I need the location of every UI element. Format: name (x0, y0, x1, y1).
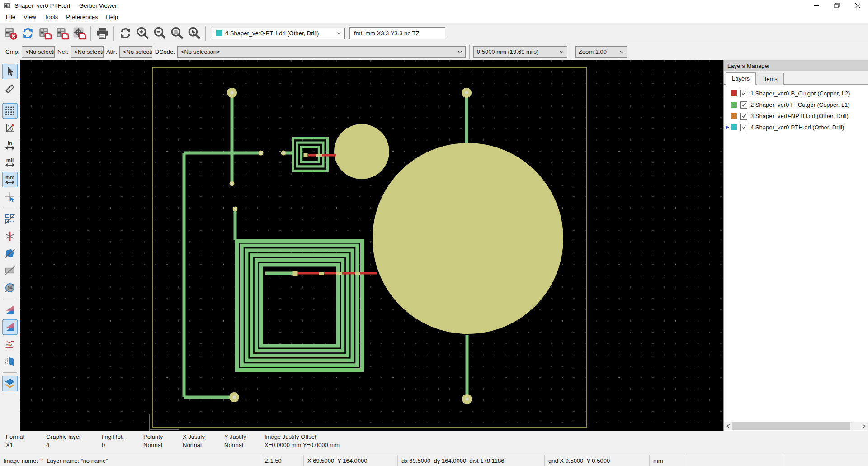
zoom-selection-button[interactable] (185, 25, 203, 42)
left-toolbar: rθinmilmmD4 (0, 60, 20, 431)
chevron-down-icon (332, 32, 341, 35)
tab-items[interactable]: Items (757, 73, 784, 85)
menu-item-help[interactable]: Help (102, 11, 122, 23)
zoom-in-button[interactable] (134, 25, 151, 42)
display-stacked-mode-button[interactable] (2, 319, 18, 335)
show-dcodes-icon: D4 (4, 282, 16, 294)
layer-visibility-checkbox[interactable] (740, 101, 747, 109)
open-gerber-file-button[interactable] (36, 25, 53, 42)
layers-horizontal-scrollbar[interactable] (724, 422, 868, 430)
menu-item-preferences[interactable]: Preferences (62, 11, 102, 23)
redraw-view-button[interactable] (117, 25, 134, 42)
open-excellon-file-button[interactable] (53, 25, 71, 42)
info-field-label: X Justify (183, 433, 205, 440)
active-layer-select[interactable]: 4 Shaper_ver0-PTH.drl (Other, Drill) (212, 28, 345, 39)
attr-select[interactable]: <No selection> (119, 46, 152, 58)
grid-toggle-icon (4, 105, 16, 117)
zoom-select-value: Zoom 1.00 (579, 48, 607, 55)
layer-visibility-checkbox[interactable] (740, 90, 747, 97)
net-select-value: <No selection> (74, 48, 104, 55)
reload-all-layers-icon (21, 26, 35, 40)
cursor-shape-icon (4, 191, 16, 203)
cmp-label: Cmp: (5, 48, 19, 55)
layer-color-swatch[interactable] (731, 102, 737, 108)
units-mm-button[interactable]: mm (2, 172, 18, 187)
cursor-shape-button[interactable] (2, 189, 18, 204)
drill-hole (260, 152, 262, 154)
info-field-label: Y Justify (224, 433, 246, 440)
flashed-copper-disc (334, 124, 389, 179)
layer-color-swatch[interactable] (731, 124, 737, 130)
layer-color-swatch[interactable] (731, 113, 737, 119)
print-button[interactable] (94, 25, 111, 42)
show-negative-objects-button[interactable] (2, 263, 18, 278)
layer-row[interactable]: 3 Shaper_ver0-NPTH.drl (Other, Drill) (724, 110, 868, 122)
zoom-select[interactable]: Zoom 1.00 (575, 46, 627, 58)
flip-view-button[interactable] (2, 354, 18, 369)
dcode-select[interactable]: <No selection> (177, 46, 466, 58)
status-cursor-position: X 69.5000 Y 164.0000 (304, 455, 398, 466)
display-normal-mode-icon (4, 304, 16, 316)
info-field-label: Polarity (143, 433, 163, 440)
select-tool-button[interactable] (2, 64, 18, 79)
gerber-viewer-window: Shaper_ver0-PTH.drl — Gerber Viewer File… (0, 0, 868, 466)
clear-all-layers-button[interactable] (2, 25, 19, 42)
zoom-fit-button[interactable] (168, 25, 185, 42)
menu-item-view[interactable]: View (19, 11, 40, 23)
svg-text:r: r (8, 124, 9, 128)
display-normal-mode-button[interactable] (2, 302, 18, 318)
toolbar-separator (3, 372, 17, 373)
minimize-button[interactable] (806, 0, 826, 11)
drill-hole (232, 395, 236, 399)
sketch-polygons-button[interactable] (2, 246, 18, 261)
close-button[interactable] (847, 0, 868, 11)
grid-toggle-button[interactable] (2, 103, 18, 119)
show-dcodes-button[interactable]: D4 (2, 280, 18, 295)
reload-all-layers-button[interactable] (19, 25, 36, 42)
cmp-select[interactable]: <No selection> (22, 46, 55, 58)
layer-row[interactable]: 4 Shaper_ver0-PTH.drl (Other, Drill) (724, 122, 868, 133)
menu-item-tools[interactable]: Tools (40, 11, 62, 23)
active-layer-swatch (216, 30, 222, 36)
layer-list: 1 Shaper_ver0-B_Cu.gbr (Copper, L2)2 Sha… (724, 85, 868, 431)
layer-name: 4 Shaper_ver0-PTH.drl (Other, Drill) (750, 124, 844, 131)
display-diff-mode-button[interactable] (2, 337, 18, 352)
layer-row[interactable]: 1 Shaper_ver0-B_Cu.gbr (Copper, L2) (724, 88, 868, 99)
tab-layers[interactable]: Layers (726, 72, 756, 85)
open-gerber-file-icon (38, 26, 52, 40)
toolbar-separator (571, 45, 571, 59)
scrollbar-thumb[interactable] (732, 422, 850, 430)
chevron-down-icon (616, 51, 624, 53)
scroll-left-icon[interactable] (724, 422, 732, 430)
grid-size-select[interactable]: 0.5000 mm (19.69 mils) (473, 46, 567, 58)
layer-visibility-checkbox[interactable] (740, 124, 747, 131)
toolbar-separator (113, 26, 114, 41)
layer-row[interactable]: 2 Shaper_ver0-F_Cu.gbr (Copper, L1) (724, 99, 868, 110)
window-title: Shaper_ver0-PTH.drl — Gerber Viewer (14, 2, 117, 9)
sketch-lines-button[interactable] (2, 228, 18, 244)
layer-visibility-checkbox[interactable] (740, 113, 747, 120)
units-inches-button[interactable]: in (2, 138, 18, 153)
polar-coords-icon: rθ (4, 122, 16, 134)
info-field-value: X=0.0000 mm Y=0.0000 mm (264, 442, 340, 448)
menu-item-file[interactable]: File (2, 11, 19, 23)
sketch-flashed-items-button[interactable] (2, 211, 18, 227)
drill-hole (465, 397, 468, 400)
drill-hole (230, 91, 233, 94)
layers-manager-toggle-button[interactable] (2, 376, 18, 391)
print-icon (95, 26, 109, 40)
open-drill-file-button[interactable] (71, 25, 88, 42)
info-field: FormatX1 (6, 433, 24, 448)
status-zoom: Z 1.50 (261, 455, 304, 466)
measure-tool-icon (4, 83, 16, 95)
clear-all-layers-icon (4, 26, 18, 40)
gerber-canvas[interactable] (20, 60, 723, 431)
measure-tool-button[interactable] (2, 81, 18, 96)
restore-button[interactable] (826, 0, 847, 11)
net-select[interactable]: <No selection> (71, 46, 104, 58)
zoom-out-button[interactable] (151, 25, 168, 42)
layer-color-swatch[interactable] (731, 90, 737, 96)
scroll-right-icon[interactable] (860, 422, 868, 430)
units-mils-button[interactable]: mil (2, 155, 18, 170)
polar-coords-button[interactable]: rθ (2, 120, 18, 136)
